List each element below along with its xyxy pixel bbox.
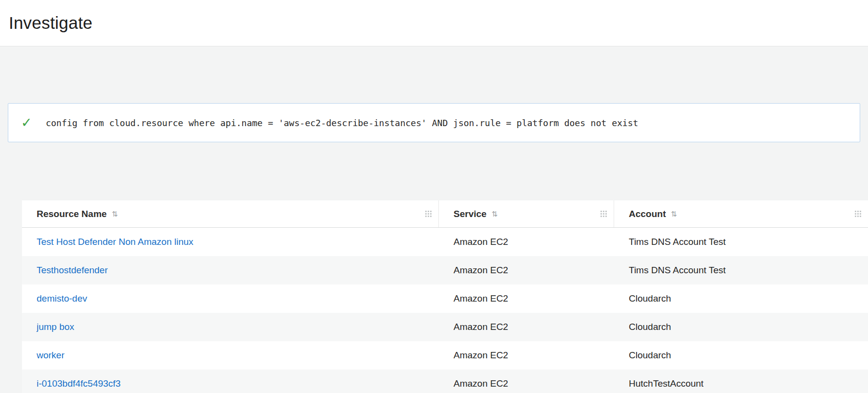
account-cell: HutchTestAccount [614, 378, 868, 389]
resource-link[interactable]: jump box [37, 322, 74, 332]
page-header: Investigate [0, 0, 868, 46]
table-row: Test Host Defender Non Amazon linux Amaz… [22, 228, 868, 256]
resource-name-cell: jump box [22, 322, 439, 332]
table-row: demisto-dev Amazon EC2 Cloudarch [22, 284, 868, 313]
resource-name-cell: Test Host Defender Non Amazon linux [22, 237, 439, 247]
table-row: i-0103bdf4fc5493cf3 Amazon EC2 HutchTest… [22, 370, 868, 393]
account-cell: Cloudarch [614, 322, 868, 332]
column-header-resource-name[interactable]: Resource Name ⇅ [22, 200, 439, 227]
table-row: Testhostdefender Amazon EC2 Tims DNS Acc… [22, 256, 868, 284]
table-header-row: Resource Name ⇅ Service ⇅ Account ⇅ [22, 200, 868, 228]
service-cell: Amazon EC2 [439, 378, 614, 389]
resource-link[interactable]: demisto-dev [37, 293, 87, 304]
resource-link[interactable]: Testhostdefender [37, 265, 108, 275]
table-row: worker Amazon EC2 Cloudarch [22, 341, 868, 370]
results-table: Resource Name ⇅ Service ⇅ Account ⇅ Test… [22, 200, 868, 393]
drag-handle-icon[interactable] [425, 211, 432, 217]
column-label: Account [629, 209, 666, 219]
service-cell: Amazon EC2 [439, 350, 614, 361]
column-header-service[interactable]: Service ⇅ [439, 200, 614, 227]
service-cell: Amazon EC2 [439, 322, 614, 332]
service-cell: Amazon EC2 [439, 237, 614, 247]
page-title: Investigate [9, 13, 92, 33]
table-row: jump box Amazon EC2 Cloudarch [22, 313, 868, 341]
resource-name-cell: demisto-dev [22, 293, 439, 304]
account-cell: Cloudarch [614, 293, 868, 304]
service-cell: Amazon EC2 [439, 265, 614, 276]
sort-icon[interactable]: ⇅ [492, 210, 498, 218]
query-text[interactable]: config from cloud.resource where api.nam… [46, 118, 639, 128]
service-cell: Amazon EC2 [439, 293, 614, 304]
sort-icon[interactable]: ⇅ [671, 210, 677, 218]
resource-link[interactable]: worker [37, 350, 64, 360]
table-body: Test Host Defender Non Amazon linux Amaz… [22, 228, 868, 393]
resource-name-cell: Testhostdefender [22, 265, 439, 276]
resource-name-cell: i-0103bdf4fc5493cf3 [22, 378, 439, 389]
column-label: Resource Name [37, 209, 107, 219]
resource-link[interactable]: i-0103bdf4fc5493cf3 [37, 378, 121, 389]
query-box[interactable]: ✓ config from cloud.resource where api.n… [8, 103, 860, 142]
check-icon: ✓ [21, 116, 32, 130]
account-cell: Tims DNS Account Test [614, 237, 868, 247]
drag-handle-icon[interactable] [855, 211, 861, 217]
resource-link[interactable]: Test Host Defender Non Amazon linux [37, 237, 193, 247]
account-cell: Tims DNS Account Test [614, 265, 868, 276]
column-header-account[interactable]: Account ⇅ [614, 200, 868, 227]
sort-icon[interactable]: ⇅ [112, 210, 118, 218]
resource-name-cell: worker [22, 350, 439, 361]
account-cell: Cloudarch [614, 350, 868, 361]
drag-handle-icon[interactable] [600, 211, 607, 217]
column-label: Service [454, 209, 487, 219]
